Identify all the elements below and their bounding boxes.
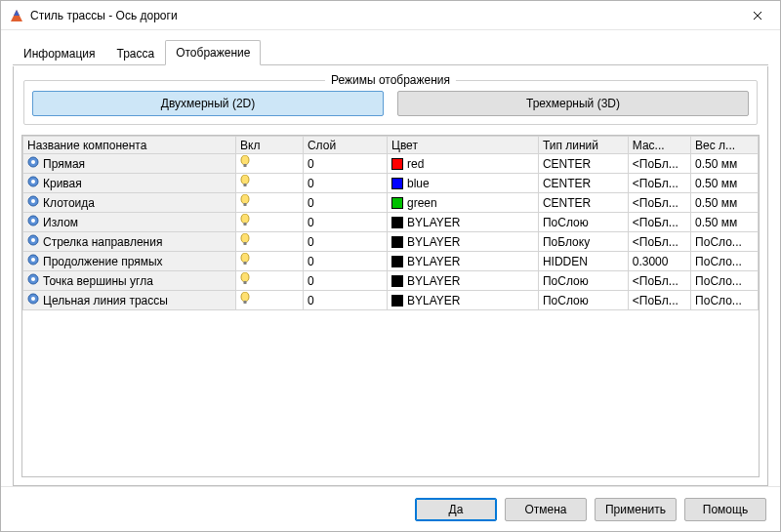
window-title: Стиль трассы - Ось дороги xyxy=(30,9,735,22)
cell-layer[interactable]: 0 xyxy=(303,252,387,271)
display-modes-group: Режимы отображения Двухмерный (2D) Трехм… xyxy=(23,80,758,125)
cell-scale[interactable]: <ПоБл... xyxy=(628,271,690,291)
cell-scale[interactable]: <ПоБл... xyxy=(628,213,690,232)
cell-color[interactable]: BYLAYER xyxy=(388,271,539,291)
col-header-on[interactable]: Вкл xyxy=(236,137,304,154)
ok-button[interactable]: Да xyxy=(415,498,497,521)
cell-linetype[interactable]: ПоБлоку xyxy=(538,232,628,252)
col-header-linetype[interactable]: Тип линий xyxy=(538,137,628,154)
cell-layer[interactable]: 0 xyxy=(303,174,387,193)
color-swatch xyxy=(391,236,403,248)
cell-color[interactable]: BYLAYER xyxy=(388,232,539,252)
cell-lineweight[interactable]: ПоСло... xyxy=(691,232,759,252)
svg-point-20 xyxy=(241,233,249,243)
table-row[interactable]: Клотоида0greenCENTER<ПоБл...0.50 мм xyxy=(23,193,759,213)
cell-color[interactable]: blue xyxy=(388,174,539,193)
cell-layer[interactable]: 0 xyxy=(303,193,387,213)
cell-layer[interactable]: 0 xyxy=(303,213,387,232)
svg-point-31 xyxy=(31,297,35,301)
tab-trace[interactable]: Трасса xyxy=(105,41,165,65)
lightbulb-icon[interactable] xyxy=(240,197,250,211)
cell-layer[interactable]: 0 xyxy=(303,271,387,291)
col-header-name[interactable]: Название компонента xyxy=(23,137,236,154)
col-header-lineweight[interactable]: Вес л... xyxy=(691,137,759,154)
cell-lineweight[interactable]: 0.50 мм xyxy=(691,213,759,232)
color-swatch xyxy=(391,256,403,267)
component-name: Стрелка направления xyxy=(43,235,162,249)
col-header-scale[interactable]: Мас... xyxy=(628,137,690,154)
svg-rect-29 xyxy=(244,281,247,284)
dialog-footer: Да Отмена Применить Помощь xyxy=(1,486,780,531)
col-header-color[interactable]: Цвет xyxy=(388,137,539,154)
component-name: Кривая xyxy=(43,177,82,190)
lightbulb-icon[interactable] xyxy=(240,275,250,289)
cell-lineweight[interactable]: ПоСло... xyxy=(691,291,759,310)
svg-rect-17 xyxy=(244,223,247,225)
cell-linetype[interactable]: CENTER xyxy=(538,174,628,193)
cell-scale[interactable]: <ПоБл... xyxy=(628,193,690,213)
component-icon xyxy=(27,293,39,307)
color-swatch xyxy=(391,158,403,170)
mode-2d-button[interactable]: Двухмерный (2D) xyxy=(32,91,384,116)
tab-display[interactable]: Отображение xyxy=(165,40,261,65)
cell-scale[interactable]: <ПоБл... xyxy=(628,232,690,252)
grid-header-row: Название компонента Вкл Слой Цвет Тип ли… xyxy=(23,137,759,154)
table-row[interactable]: Точка вершины угла0BYLAYERПоСлою<ПоБл...… xyxy=(23,271,759,291)
cell-scale[interactable]: <ПоБл... xyxy=(628,291,690,310)
apply-button[interactable]: Применить xyxy=(595,498,677,521)
col-header-layer[interactable]: Слой xyxy=(303,137,387,154)
component-name: Клотоида xyxy=(43,196,95,210)
table-row[interactable]: Цельная линия трассы0BYLAYERПоСлою<ПоБл.… xyxy=(23,291,759,310)
lightbulb-icon[interactable] xyxy=(240,158,250,172)
cell-lineweight[interactable]: 0.50 мм xyxy=(691,154,759,174)
lightbulb-icon[interactable] xyxy=(240,178,250,191)
cell-linetype[interactable]: ПоСлою xyxy=(538,213,628,232)
cell-color[interactable]: BYLAYER xyxy=(388,291,539,310)
color-name: red xyxy=(407,157,424,171)
cell-linetype[interactable]: CENTER xyxy=(538,154,628,174)
cell-linetype[interactable]: CENTER xyxy=(538,193,628,213)
cell-layer[interactable]: 0 xyxy=(303,232,387,252)
help-button[interactable]: Помощь xyxy=(684,498,766,521)
lightbulb-icon[interactable] xyxy=(240,236,250,250)
components-grid-wrap[interactable]: Название компонента Вкл Слой Цвет Тип ли… xyxy=(21,135,760,477)
color-name: BYLAYER xyxy=(407,216,460,229)
cell-linetype[interactable]: ПоСлою xyxy=(538,271,628,291)
table-row[interactable]: Прямая0redCENTER<ПоБл...0.50 мм xyxy=(23,154,759,174)
cell-color[interactable]: BYLAYER xyxy=(388,213,539,232)
tab-information[interactable]: Информация xyxy=(13,41,105,65)
cell-scale[interactable]: 0.3000 xyxy=(628,252,690,271)
cell-color[interactable]: green xyxy=(388,193,539,213)
component-name: Прямая xyxy=(43,157,85,171)
cell-layer[interactable]: 0 xyxy=(303,291,387,310)
table-row[interactable]: Продолжение прямых0BYLAYERHIDDEN0.3000По… xyxy=(23,252,759,271)
close-button[interactable] xyxy=(735,1,780,30)
cell-layer[interactable]: 0 xyxy=(303,154,387,174)
cell-scale[interactable]: <ПоБл... xyxy=(628,174,690,193)
cell-linetype[interactable]: ПоСлою xyxy=(538,291,628,310)
color-name: BYLAYER xyxy=(407,255,460,268)
lightbulb-icon[interactable] xyxy=(240,256,250,269)
cell-linetype[interactable]: HIDDEN xyxy=(538,252,628,271)
table-row[interactable]: Кривая0blueCENTER<ПоБл...0.50 мм xyxy=(23,174,759,193)
component-icon xyxy=(27,156,39,171)
mode-3d-button[interactable]: Трехмерный (3D) xyxy=(397,91,749,116)
lightbulb-icon[interactable] xyxy=(240,295,250,308)
cell-color[interactable]: red xyxy=(388,154,539,174)
cell-lineweight[interactable]: 0.50 мм xyxy=(691,174,759,193)
cancel-button[interactable]: Отмена xyxy=(505,498,587,521)
component-name: Продолжение прямых xyxy=(43,255,163,268)
table-row[interactable]: Излом0BYLAYERПоСлою<ПоБл...0.50 мм xyxy=(23,213,759,232)
cell-lineweight[interactable]: ПоСло... xyxy=(691,271,759,291)
cell-lineweight[interactable]: 0.50 мм xyxy=(691,193,759,213)
component-name: Цельная линия трассы xyxy=(43,294,168,307)
titlebar: Стиль трассы - Ось дороги xyxy=(1,1,780,30)
lightbulb-icon[interactable] xyxy=(240,217,250,230)
table-row[interactable]: Стрелка направления0BYLAYERПоБлоку<ПоБл.… xyxy=(23,232,759,252)
cell-color[interactable]: BYLAYER xyxy=(388,252,539,271)
component-icon xyxy=(27,234,39,249)
cell-scale[interactable]: <ПоБл... xyxy=(628,154,690,174)
svg-point-19 xyxy=(31,238,35,242)
cell-lineweight[interactable]: ПоСло... xyxy=(691,252,759,271)
client-area: Информация Трасса Отображение Режимы ото… xyxy=(1,30,780,486)
